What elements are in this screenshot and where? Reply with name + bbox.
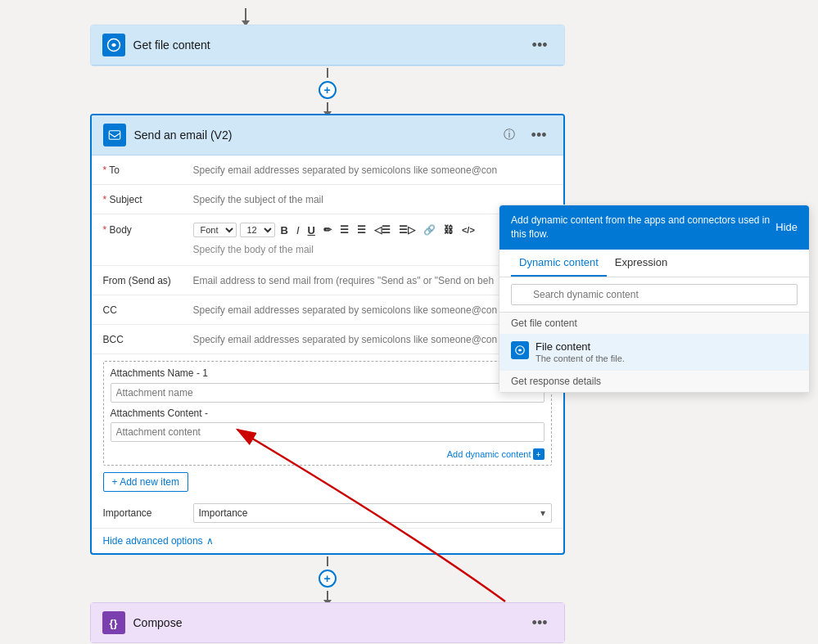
dynamic-content-panel: Add dynamic content from the apps and co…	[499, 205, 810, 393]
importance-row: Importance Importance Normal High Low	[92, 498, 563, 529]
link-btn[interactable]: 🔗	[421, 223, 438, 236]
body-section: * Body Font 12 B I	[92, 214, 563, 266]
compose-header: {} Compose •••	[91, 603, 564, 642]
cc-row: CC	[92, 295, 563, 325]
from-input[interactable]	[193, 275, 552, 286]
compose-card: {} Compose •••	[90, 602, 565, 643]
get-file-content-title: Get file content	[133, 38, 519, 52]
ul-btn[interactable]: ☰	[337, 223, 351, 236]
cc-input[interactable]	[193, 304, 552, 316]
italic-btn[interactable]: I	[294, 223, 302, 237]
to-label: * To	[103, 164, 193, 176]
section-get-file-content: Get file content	[499, 313, 809, 334]
get-file-content-menu[interactable]: •••	[527, 35, 553, 56]
importance-select[interactable]: Importance Normal High Low	[193, 503, 552, 523]
att-name-input[interactable]	[111, 383, 545, 403]
importance-label: Importance	[103, 507, 193, 519]
dynamic-search-input[interactable]	[511, 284, 798, 305]
send-email-menu[interactable]: •••	[527, 125, 552, 146]
get-file-content-card: Get file content •••	[90, 25, 565, 66]
dynamic-panel-header: Add dynamic content from the apps and co…	[499, 205, 809, 250]
font-select[interactable]: Font	[193, 223, 237, 237]
body-toolbar: Font 12 B I U ✏ ☰ ☰	[193, 219, 477, 241]
file-content-text: File content The content of the file.	[536, 340, 625, 363]
file-icon	[102, 34, 125, 56]
from-label: From (Send as)	[103, 275, 193, 286]
send-email-header: Send an email (V2) ⓘ •••	[92, 115, 563, 155]
from-row: From (Send as)	[92, 266, 563, 295]
compose-icon: {}	[102, 611, 125, 634]
dynamic-panel-hide-btn[interactable]: Hide	[775, 221, 798, 233]
bcc-row: BCC	[92, 325, 563, 354]
bcc-input[interactable]	[193, 334, 552, 345]
code-btn[interactable]: </>	[459, 224, 477, 236]
send-email-card: Send an email (V2) ⓘ ••• * To	[90, 114, 565, 555]
unlink-btn[interactable]: ⛓	[441, 223, 456, 236]
att-name-label: Attachments Name - 1 ⊞	[111, 367, 545, 380]
body-placeholder: Specify the body of the mail	[103, 241, 552, 260]
add-new-item-label: + Add new item	[112, 476, 179, 488]
font-size-select[interactable]: 12	[240, 223, 275, 237]
dynamic-item-file-content[interactable]: File content The content of the file.	[499, 334, 809, 371]
send-email-title: Send an email (V2)	[134, 128, 495, 142]
info-btn[interactable]: ⓘ	[504, 128, 515, 142]
email-form: * To * Subject	[92, 155, 563, 553]
outlook-icon	[103, 124, 126, 146]
to-input[interactable]	[193, 164, 552, 176]
add-step-circle-2[interactable]: +	[319, 570, 337, 588]
dynamic-panel-header-text: Add dynamic content from the apps and co…	[511, 214, 775, 241]
search-wrapper: 🔍	[511, 284, 798, 305]
indent-btn[interactable]: ☰▷	[396, 223, 418, 236]
subject-row: * Subject	[92, 185, 563, 214]
underline-btn[interactable]: U	[305, 223, 318, 237]
outdent-btn[interactable]: ◁☰	[372, 223, 393, 236]
file-content-icon	[511, 341, 529, 359]
add-dynamic-plus: +	[533, 448, 545, 460]
section-get-response: Get response details	[499, 371, 809, 392]
compose-menu[interactable]: •••	[527, 613, 553, 633]
to-row: * To	[92, 155, 563, 185]
tab-expression[interactable]: Expression	[607, 250, 676, 277]
ol-btn[interactable]: ☰	[355, 223, 368, 236]
hide-advanced-btn[interactable]: Hide advanced options ∧	[92, 529, 563, 553]
svg-rect-1	[109, 131, 120, 140]
attachments-section: Attachments Name - 1 ⊞ Attachments Conte…	[103, 361, 552, 466]
subject-input[interactable]	[193, 194, 552, 205]
tab-dynamic-content[interactable]: Dynamic content	[511, 250, 607, 277]
add-new-item-btn[interactable]: + Add new item	[103, 472, 188, 492]
dynamic-tabs: Dynamic content Expression	[499, 250, 809, 277]
bcc-label: BCC	[103, 334, 193, 345]
add-dynamic-link[interactable]: Add dynamic content +	[447, 448, 545, 460]
body-label: * Body	[103, 224, 193, 236]
add-step-circle-1[interactable]: +	[319, 81, 337, 99]
bold-btn[interactable]: B	[278, 223, 291, 237]
subject-label: * Subject	[103, 194, 193, 205]
get-file-content-header: Get file content •••	[91, 25, 564, 65]
att-content-label: Attachments Content -	[111, 408, 545, 419]
compose-title: Compose	[133, 616, 519, 629]
cc-label: CC	[103, 304, 193, 316]
importance-wrapper: Importance Normal High Low	[193, 503, 552, 523]
att-content-input[interactable]	[111, 422, 545, 442]
color-btn[interactable]: ✏	[321, 223, 334, 236]
dynamic-search-section: 🔍	[499, 277, 809, 313]
